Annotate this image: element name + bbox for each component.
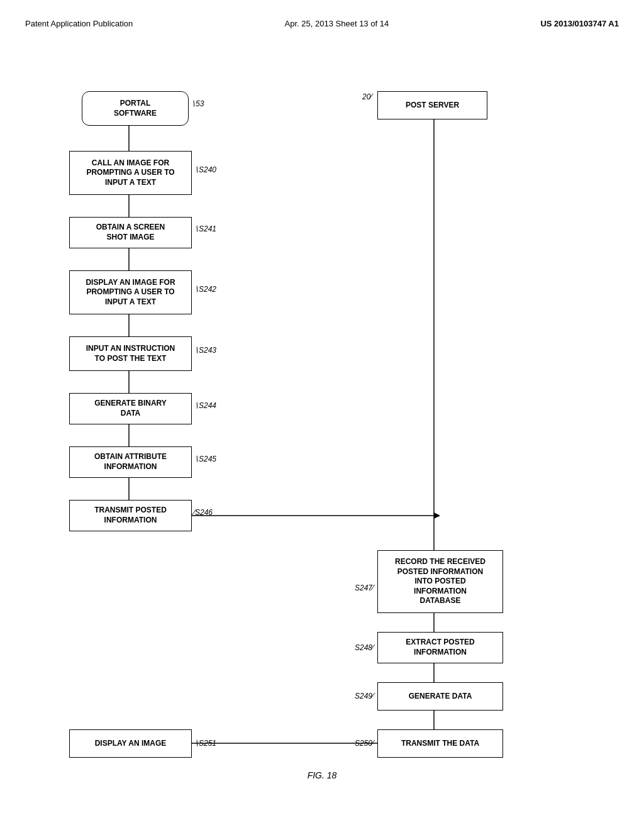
label-s250: S250∕ <box>355 739 374 748</box>
portal-software-label: PORTALSOFTWARE <box>114 99 157 118</box>
s248-label: EXTRACT POSTEDINFORMATION <box>406 638 474 657</box>
s251-box: DISPLAY AN IMAGE <box>69 729 192 758</box>
s251-label: DISPLAY AN IMAGE <box>95 739 167 749</box>
s247-box: RECORD THE RECEIVEDPOSTED INFORMATIONINT… <box>377 550 503 613</box>
label-s248: S248∕ <box>355 643 374 652</box>
label-s246: ∕S246 <box>194 508 213 517</box>
header-left: Patent Application Publication <box>25 19 133 28</box>
label-s244: ∖S244 <box>194 401 216 410</box>
label-s240: ∖S240 <box>194 165 216 174</box>
label-s243: ∖S243 <box>194 346 216 355</box>
s241-box: OBTAIN A SCREENSHOT IMAGE <box>69 217 192 248</box>
header-right: US 2013/0103747 A1 <box>540 19 619 28</box>
post-server-label: POST SERVER <box>406 101 459 111</box>
s240-label: CALL AN IMAGE FORPROMPTING A USER TOINPU… <box>86 158 174 188</box>
figure-label: FIG. 18 <box>25 770 619 780</box>
s241-label: OBTAIN A SCREENSHOT IMAGE <box>96 223 165 242</box>
label-s249: S249∕ <box>355 692 374 700</box>
s242-label: DISPLAY AN IMAGE FORPROMPTING A USER TOI… <box>86 278 175 307</box>
s247-label: RECORD THE RECEIVEDPOSTED INFORMATIONINT… <box>395 557 486 606</box>
diagram-area: PORTALSOFTWARE POST SERVER CALL AN IMAGE… <box>25 53 619 758</box>
s250-label: TRANSMIT THE DATA <box>401 739 479 749</box>
label-s247: S247∕ <box>355 584 374 592</box>
label-s241: ∖S241 <box>194 224 216 233</box>
s243-box: INPUT AN INSTRUCTIONTO POST THE TEXT <box>69 336 192 371</box>
s246-label: TRANSMIT POSTEDINFORMATION <box>94 506 167 525</box>
svg-marker-8 <box>434 512 440 519</box>
s240-box: CALL AN IMAGE FORPROMPTING A USER TOINPU… <box>69 151 192 195</box>
post-server-box: POST SERVER <box>377 91 487 119</box>
label-s245: ∖S245 <box>194 455 216 463</box>
portal-software-box: PORTALSOFTWARE <box>82 91 189 126</box>
s243-label: INPUT AN INSTRUCTIONTO POST THE TEXT <box>86 344 175 363</box>
s244-box: GENERATE BINARYDATA <box>69 393 192 424</box>
s250-box: TRANSMIT THE DATA <box>377 729 503 758</box>
s244-label: GENERATE BINARYDATA <box>94 399 167 418</box>
label-s251: ∖S251 <box>194 739 216 748</box>
s249-box: GENERATE DATA <box>377 682 503 711</box>
header-center: Apr. 25, 2013 Sheet 13 of 14 <box>285 19 389 28</box>
page: Patent Application Publication Apr. 25, … <box>0 0 644 830</box>
s245-box: OBTAIN ATTRIBUTEINFORMATION <box>69 446 192 478</box>
label-s242: ∖S242 <box>194 285 216 294</box>
s248-box: EXTRACT POSTEDINFORMATION <box>377 632 503 663</box>
label-53: ∖53 <box>191 99 204 108</box>
s249-label: GENERATE DATA <box>409 692 472 702</box>
s245-label: OBTAIN ATTRIBUTEINFORMATION <box>94 452 167 472</box>
s242-box: DISPLAY AN IMAGE FORPROMPTING A USER TOI… <box>69 270 192 314</box>
page-header: Patent Application Publication Apr. 25, … <box>25 13 619 47</box>
label-20: 20∕ <box>362 92 372 101</box>
s246-box: TRANSMIT POSTEDINFORMATION <box>69 500 192 531</box>
